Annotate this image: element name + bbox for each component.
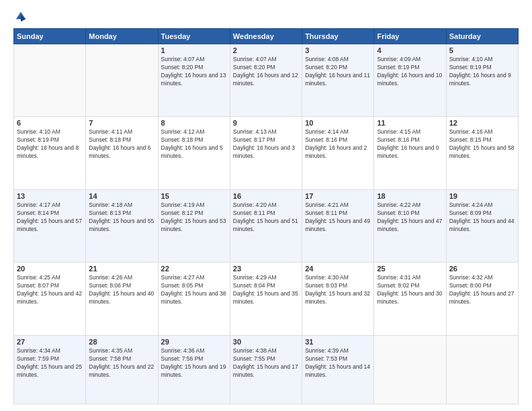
calendar-cell: 29Sunrise: 4:36 AM Sunset: 7:56 PM Dayli…: [158, 335, 230, 404]
day-info: Sunrise: 4:25 AM Sunset: 8:07 PM Dayligh…: [17, 274, 83, 306]
calendar-cell: [374, 335, 446, 404]
day-info: Sunrise: 4:21 AM Sunset: 8:11 PM Dayligh…: [305, 201, 371, 234]
day-info: Sunrise: 4:30 AM Sunset: 8:03 PM Dayligh…: [305, 274, 371, 306]
day-number: 17: [305, 192, 371, 200]
calendar-cell: 27Sunrise: 4:34 AM Sunset: 7:59 PM Dayli…: [14, 335, 86, 404]
calendar-day-header: Friday: [374, 29, 446, 44]
day-info: Sunrise: 4:11 AM Sunset: 8:18 PM Dayligh…: [89, 128, 154, 161]
calendar-day-header: Tuesday: [158, 29, 230, 44]
calendar-header-row: SundayMondayTuesdayWednesdayThursdayFrid…: [14, 29, 519, 44]
calendar-cell: 15Sunrise: 4:19 AM Sunset: 8:12 PM Dayli…: [158, 189, 230, 262]
day-info: Sunrise: 4:08 AM Sunset: 8:20 PM Dayligh…: [305, 56, 371, 88]
day-number: 28: [89, 338, 154, 346]
day-info: Sunrise: 4:13 AM Sunset: 8:17 PM Dayligh…: [233, 128, 299, 161]
page: SundayMondayTuesdayWednesdayThursdayFrid…: [0, 0, 532, 411]
day-info: Sunrise: 4:10 AM Sunset: 8:19 PM Dayligh…: [17, 128, 83, 161]
calendar-cell: 20Sunrise: 4:25 AM Sunset: 8:07 PM Dayli…: [14, 263, 86, 335]
day-number: 23: [233, 265, 299, 273]
calendar-cell: 23Sunrise: 4:29 AM Sunset: 8:04 PM Dayli…: [230, 263, 302, 335]
calendar-cell: 8Sunrise: 4:12 AM Sunset: 8:18 PM Daylig…: [158, 117, 230, 189]
calendar-day-header: Monday: [86, 29, 158, 44]
calendar-cell: 16Sunrise: 4:20 AM Sunset: 8:11 PM Dayli…: [230, 189, 302, 262]
day-number: 10: [305, 119, 371, 127]
calendar-table: SundayMondayTuesdayWednesdayThursdayFrid…: [13, 28, 519, 404]
day-number: 29: [161, 338, 227, 346]
day-number: 27: [17, 338, 83, 346]
day-info: Sunrise: 4:19 AM Sunset: 8:12 PM Dayligh…: [161, 201, 227, 234]
day-number: 11: [377, 119, 443, 127]
calendar-cell: 9Sunrise: 4:13 AM Sunset: 8:17 PM Daylig…: [230, 117, 302, 189]
day-number: 22: [161, 265, 227, 273]
day-info: Sunrise: 4:22 AM Sunset: 8:10 PM Dayligh…: [377, 201, 443, 234]
day-number: 1: [161, 46, 227, 54]
day-number: 7: [89, 119, 154, 127]
day-number: 3: [305, 46, 371, 54]
day-info: Sunrise: 4:07 AM Sunset: 8:20 PM Dayligh…: [161, 56, 227, 88]
calendar-day-header: Sunday: [14, 29, 86, 44]
day-info: Sunrise: 4:39 AM Sunset: 7:53 PM Dayligh…: [305, 347, 371, 379]
calendar-cell: 24Sunrise: 4:30 AM Sunset: 8:03 PM Dayli…: [302, 263, 374, 335]
calendar-cell: 18Sunrise: 4:22 AM Sunset: 8:10 PM Dayli…: [374, 189, 446, 262]
calendar-cell: 2Sunrise: 4:07 AM Sunset: 8:20 PM Daylig…: [230, 44, 302, 117]
calendar-day-header: Thursday: [302, 29, 374, 44]
day-number: 18: [377, 192, 443, 200]
calendar-cell: 6Sunrise: 4:10 AM Sunset: 8:19 PM Daylig…: [14, 117, 86, 189]
calendar-cell: 17Sunrise: 4:21 AM Sunset: 8:11 PM Dayli…: [302, 189, 374, 262]
day-info: Sunrise: 4:18 AM Sunset: 8:13 PM Dayligh…: [89, 201, 154, 234]
day-info: Sunrise: 4:09 AM Sunset: 8:19 PM Dayligh…: [377, 56, 443, 88]
day-info: Sunrise: 4:20 AM Sunset: 8:11 PM Dayligh…: [233, 201, 299, 234]
day-info: Sunrise: 4:38 AM Sunset: 7:55 PM Dayligh…: [233, 347, 299, 379]
day-info: Sunrise: 4:32 AM Sunset: 8:00 PM Dayligh…: [449, 274, 515, 306]
day-info: Sunrise: 4:10 AM Sunset: 8:19 PM Dayligh…: [449, 56, 515, 88]
day-number: 15: [161, 192, 227, 200]
day-number: 31: [305, 338, 371, 346]
calendar-cell: 4Sunrise: 4:09 AM Sunset: 8:19 PM Daylig…: [374, 44, 446, 117]
day-number: 13: [17, 192, 83, 200]
calendar-cell: 19Sunrise: 4:24 AM Sunset: 8:09 PM Dayli…: [446, 189, 518, 262]
calendar-cell: 12Sunrise: 4:16 AM Sunset: 8:15 PM Dayli…: [446, 117, 518, 189]
day-number: 26: [449, 265, 515, 273]
logo: [13, 11, 27, 23]
calendar-cell: 22Sunrise: 4:27 AM Sunset: 8:05 PM Dayli…: [158, 263, 230, 335]
day-info: Sunrise: 4:17 AM Sunset: 8:14 PM Dayligh…: [17, 201, 83, 234]
day-number: 24: [305, 265, 371, 273]
day-number: 21: [89, 265, 154, 273]
day-info: Sunrise: 4:12 AM Sunset: 8:18 PM Dayligh…: [161, 128, 227, 161]
calendar-cell: 28Sunrise: 4:35 AM Sunset: 7:58 PM Dayli…: [86, 335, 158, 404]
day-info: Sunrise: 4:35 AM Sunset: 7:58 PM Dayligh…: [89, 347, 154, 379]
calendar-cell: [14, 44, 86, 117]
calendar-cell: 26Sunrise: 4:32 AM Sunset: 8:00 PM Dayli…: [446, 263, 518, 335]
calendar-cell: 31Sunrise: 4:39 AM Sunset: 7:53 PM Dayli…: [302, 335, 374, 404]
calendar-week-row: 13Sunrise: 4:17 AM Sunset: 8:14 PM Dayli…: [14, 189, 519, 262]
calendar-cell: 5Sunrise: 4:10 AM Sunset: 8:19 PM Daylig…: [446, 44, 518, 117]
calendar-cell: 14Sunrise: 4:18 AM Sunset: 8:13 PM Dayli…: [86, 189, 158, 262]
day-number: 30: [233, 338, 299, 346]
day-number: 20: [17, 265, 83, 273]
day-info: Sunrise: 4:07 AM Sunset: 8:20 PM Dayligh…: [233, 56, 299, 88]
calendar-week-row: 20Sunrise: 4:25 AM Sunset: 8:07 PM Dayli…: [14, 263, 519, 335]
day-number: 14: [89, 192, 154, 200]
header: [13, 11, 519, 23]
day-number: 12: [449, 119, 515, 127]
day-number: 25: [377, 265, 443, 273]
day-number: 9: [233, 119, 299, 127]
day-info: Sunrise: 4:36 AM Sunset: 7:56 PM Dayligh…: [161, 347, 227, 379]
day-info: Sunrise: 4:29 AM Sunset: 8:04 PM Dayligh…: [233, 274, 299, 306]
calendar-cell: 11Sunrise: 4:15 AM Sunset: 8:16 PM Dayli…: [374, 117, 446, 189]
calendar-cell: 7Sunrise: 4:11 AM Sunset: 8:18 PM Daylig…: [86, 117, 158, 189]
day-info: Sunrise: 4:15 AM Sunset: 8:16 PM Dayligh…: [377, 128, 443, 161]
day-number: 16: [233, 192, 299, 200]
calendar-week-row: 6Sunrise: 4:10 AM Sunset: 8:19 PM Daylig…: [14, 117, 519, 189]
day-info: Sunrise: 4:34 AM Sunset: 7:59 PM Dayligh…: [17, 347, 83, 379]
logo-icon: [15, 11, 27, 23]
calendar-day-header: Wednesday: [230, 29, 302, 44]
day-number: 4: [377, 46, 443, 54]
calendar-cell: 30Sunrise: 4:38 AM Sunset: 7:55 PM Dayli…: [230, 335, 302, 404]
calendar-cell: [446, 335, 518, 404]
calendar-week-row: 27Sunrise: 4:34 AM Sunset: 7:59 PM Dayli…: [14, 335, 519, 404]
calendar-cell: 10Sunrise: 4:14 AM Sunset: 8:16 PM Dayli…: [302, 117, 374, 189]
calendar-week-row: 1Sunrise: 4:07 AM Sunset: 8:20 PM Daylig…: [14, 44, 519, 117]
day-info: Sunrise: 4:24 AM Sunset: 8:09 PM Dayligh…: [449, 201, 515, 234]
calendar-cell: 25Sunrise: 4:31 AM Sunset: 8:02 PM Dayli…: [374, 263, 446, 335]
day-number: 19: [449, 192, 515, 200]
